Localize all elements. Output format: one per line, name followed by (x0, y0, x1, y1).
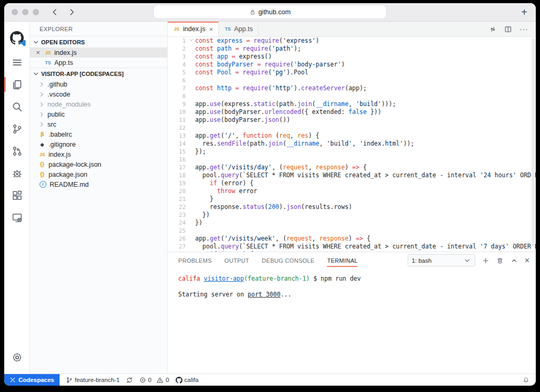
fold-gutter (188, 61, 195, 69)
error-icon (139, 377, 146, 384)
line-number: 21 (168, 195, 188, 203)
line-number: 1 (168, 37, 188, 45)
split-editor-icon[interactable] (504, 25, 512, 33)
tree-item-.vscode[interactable]: .vscode (30, 89, 167, 99)
browser-window: github.com + EXPLORER OPEN EDITORS ×JSin (4, 3, 536, 386)
bell-icon[interactable] (523, 376, 529, 383)
close-window-button[interactable] (12, 9, 18, 15)
activity-settings-gear[interactable] (4, 346, 30, 368)
panel-tab-problems[interactable]: PROBLEMS (178, 252, 212, 269)
project-section-header[interactable]: VISITOR-APP [CODESPACES] (30, 68, 167, 79)
activity-menu[interactable] (4, 51, 30, 73)
terminal-output[interactable]: califa visitor-app(feature-branch-1) $ n… (168, 269, 536, 374)
json-file-icon: {} (38, 171, 46, 177)
fold-gutter (188, 243, 195, 251)
tab-index.js[interactable]: JSindex.js× (168, 22, 219, 36)
info-file-icon: i (40, 181, 46, 188)
chevron-right-icon (38, 101, 45, 108)
fold-gutter (188, 69, 195, 77)
activity-debug[interactable] (4, 162, 30, 184)
fold-gutter (188, 171, 195, 179)
line-number: 11 (168, 116, 188, 124)
editor-scrollbar[interactable] (532, 38, 535, 247)
code-line: 2const path = require('path'); (168, 45, 536, 53)
fold-chevron-icon[interactable] (188, 37, 195, 45)
code-line: 7const http = require('http').createServ… (168, 84, 536, 92)
tree-item-package-lock.json[interactable]: {}package-lock.json (30, 159, 167, 169)
fold-gutter (188, 164, 195, 171)
code-line: 5const Pool = require('pg').Pool (168, 69, 536, 77)
tree-item-README.md[interactable]: iREADME.md (30, 179, 167, 189)
activity-bar (4, 22, 30, 374)
new-terminal-button[interactable] (482, 257, 489, 264)
branch-indicator[interactable]: feature-branch-1 (66, 377, 120, 384)
search-icon (12, 101, 23, 112)
activity-explorer[interactable] (4, 73, 30, 95)
code-line: 17app.get('/visits/day', (request, respo… (168, 164, 536, 171)
activity-extensions[interactable] (4, 184, 30, 206)
fold-gutter (188, 203, 195, 211)
code-line: 12 (168, 124, 536, 132)
js-file-icon: JS (173, 26, 180, 32)
more-actions-icon[interactable]: ··· (519, 25, 528, 33)
back-button[interactable] (51, 8, 59, 16)
line-number: 25 (168, 227, 188, 235)
panel-tab-output[interactable]: OUTPUT (225, 252, 249, 269)
line-number: 4 (168, 61, 188, 69)
close-icon[interactable]: × (34, 49, 42, 56)
fold-gutter (188, 179, 195, 187)
tree-item-.gitignore[interactable]: ◆.gitignore (30, 139, 167, 149)
compare-changes-icon[interactable] (489, 25, 497, 33)
explorer-icon (12, 79, 23, 90)
sync-button[interactable] (126, 377, 133, 384)
panel-tab-terminal[interactable]: TERMINAL (327, 252, 358, 269)
code-line: 21 } (168, 195, 536, 203)
problems-indicator[interactable]: 0 0 (139, 377, 169, 384)
line-number: 13 (168, 132, 188, 140)
forward-button[interactable] (68, 8, 76, 16)
fold-gutter (188, 53, 195, 61)
code-line: 15}); (168, 148, 536, 156)
code-line: 24}) (168, 219, 536, 227)
new-tab-button[interactable]: + (521, 4, 527, 20)
tree-item-.babelrc[interactable]: β.babelrc (30, 129, 167, 139)
tab-App.ts[interactable]: TSApp.ts (219, 22, 258, 36)
activity-search[interactable] (4, 95, 30, 118)
fold-gutter (188, 148, 195, 156)
minimize-window-button[interactable] (22, 9, 28, 15)
tree-item-public[interactable]: public (30, 109, 167, 119)
line-number: 6 (168, 77, 188, 84)
open-editor-index.js[interactable]: ×JSindex.js (30, 47, 167, 58)
line-number: 5 (168, 69, 188, 77)
warning-icon (157, 377, 163, 384)
maximize-panel-button[interactable] (510, 257, 518, 264)
code-line: 14 res.sendFile(path.join(__dirname, 'bu… (168, 140, 536, 148)
fold-gutter (188, 211, 195, 219)
close-icon[interactable]: × (209, 25, 213, 33)
line-number: 7 (168, 84, 188, 92)
tree-item-src[interactable]: src (30, 119, 167, 129)
chevron-right-icon (38, 91, 45, 98)
activity-remote-explorer[interactable] (4, 206, 30, 228)
panel-tab-debug-console[interactable]: DEBUG CONSOLE (262, 252, 315, 269)
code-editor[interactable]: 1const express = require('express')2cons… (168, 37, 536, 252)
kill-terminal-button[interactable] (496, 257, 504, 264)
open-editors-header[interactable]: OPEN EDITORS (30, 36, 167, 47)
open-editor-App.ts[interactable]: ×TSApp.ts (30, 58, 167, 68)
activity-pull-request[interactable] (4, 140, 30, 162)
ts-file-icon: TS (224, 26, 232, 32)
shell-selector[interactable]: 1: bash (408, 254, 475, 266)
git-branch-icon (66, 377, 73, 384)
line-number: 20 (168, 187, 188, 195)
tree-item-package.json[interactable]: {}package.json (30, 169, 167, 179)
address-bar[interactable]: github.com (154, 5, 386, 18)
tree-item-node_modules[interactable]: node_modules (30, 99, 167, 109)
close-panel-button[interactable]: × (525, 256, 529, 265)
activity-source-control[interactable] (4, 118, 30, 140)
maximize-window-button[interactable] (33, 9, 39, 15)
tree-item-index.js[interactable]: JSindex.js (30, 149, 167, 159)
tree-item-.github[interactable]: .github (30, 79, 167, 89)
github-account[interactable]: califa (176, 377, 199, 384)
line-number: 14 (168, 140, 188, 148)
codespaces-remote-badge[interactable]: Codespaces (4, 374, 60, 386)
